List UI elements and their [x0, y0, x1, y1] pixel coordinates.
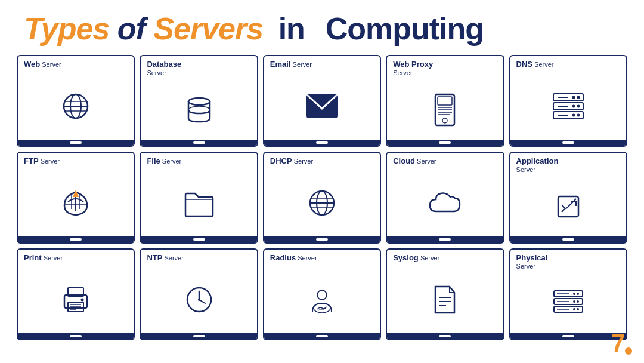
svg-point-59	[573, 293, 575, 295]
brand-dot	[625, 347, 632, 355]
web-proxy-server-card: Web ProxyServer	[386, 55, 504, 147]
svg-point-42	[81, 298, 84, 301]
dns-server-card: DNS Server	[509, 55, 627, 147]
cloud-server-card: Cloud Server	[386, 152, 504, 244]
svg-line-38	[566, 199, 576, 208]
svg-point-21	[572, 104, 575, 107]
title-computing: Computing	[326, 11, 484, 47]
radius-server-card: Radius Server	[263, 248, 381, 340]
title-in: in	[278, 11, 321, 47]
brand-mark: 7	[611, 331, 632, 356]
svg-rect-9	[438, 97, 452, 105]
svg-point-60	[577, 300, 579, 303]
svg-point-22	[577, 113, 580, 116]
email-server-card: Email Server	[263, 55, 381, 147]
svg-point-5	[188, 98, 210, 105]
svg-point-23	[572, 113, 575, 116]
physical-server-card: PhysicalServer	[509, 248, 627, 340]
server-grid: Web Server DatabaseServer Email S	[0, 53, 644, 345]
syslog-server-card: Syslog Server	[386, 248, 504, 340]
svg-point-62	[577, 308, 579, 310]
application-server-card: ApplicationServer	[509, 152, 627, 244]
title-servers: Servers	[153, 11, 271, 47]
title-types: Types	[24, 11, 117, 47]
svg-point-50	[317, 290, 327, 300]
svg-point-6	[188, 106, 210, 113]
title-area: Types of Servers in Computing	[0, 0, 644, 53]
svg-point-14	[442, 118, 447, 123]
svg-point-58	[577, 293, 579, 295]
svg-point-18	[577, 96, 580, 99]
database-server-card: DatabaseServer	[140, 55, 258, 147]
ftp-server-card: FTP Server	[17, 152, 135, 244]
svg-point-61	[573, 300, 575, 303]
title-of: of	[117, 11, 154, 47]
web-server-card: Web Server	[17, 55, 135, 147]
print-server-card: Print Server	[17, 248, 135, 340]
svg-point-20	[577, 104, 580, 107]
svg-point-19	[572, 96, 575, 99]
svg-point-49	[198, 299, 200, 301]
svg-point-63	[573, 308, 575, 310]
ntp-server-card: NTP Server	[140, 248, 258, 340]
file-server-card: File Server	[140, 152, 258, 244]
dhcp-server-card: DHCP Server	[263, 152, 381, 244]
